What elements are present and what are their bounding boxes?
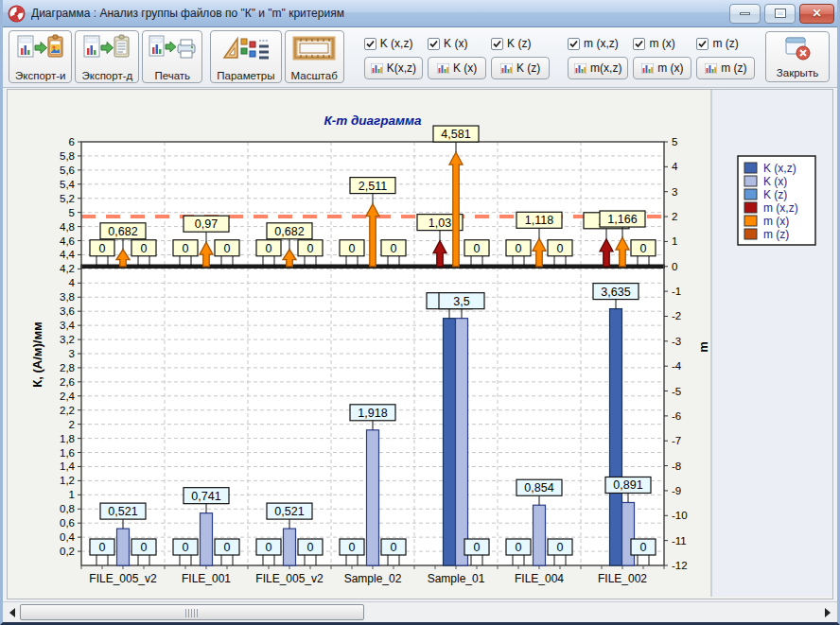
zero-label-mz-FILE_002-text: 0 <box>640 242 647 255</box>
right-axis-label: -2 <box>672 310 681 321</box>
export-data-label: Экспорт-д <box>81 70 132 81</box>
left-axis-label: 0,6 <box>60 517 75 529</box>
left-axis-label: 5 <box>69 207 75 218</box>
series-button-kxz-label: K(x,z) <box>387 61 416 75</box>
bar-Kx-FILE_002 <box>622 502 635 565</box>
legend-swatch <box>744 163 757 173</box>
column-kxz: K (x,z) K(x,z) <box>364 34 423 79</box>
zero-label-mxz-FILE_005_v2-text: 0 <box>99 242 106 255</box>
checkbox-kx[interactable]: K (x) <box>428 34 486 53</box>
series-button-mx[interactable]: m (x) <box>633 57 691 79</box>
scale-button[interactable]: Масштаб <box>285 30 344 83</box>
value-label-mx-FILE_002-text: 1,166 <box>607 213 637 226</box>
zero-label-mxz-FILE_005_v2-text: 0 <box>266 242 272 255</box>
mini-chart-icon <box>371 63 383 74</box>
legend-swatch <box>744 176 757 186</box>
checkbox-mz[interactable]: m (z) <box>696 34 755 53</box>
right-axis-label: -12 <box>672 560 688 571</box>
value-label-Kx-Sample_02-text: 1,918 <box>358 407 387 420</box>
checkbox-kz[interactable]: K (z) <box>491 34 550 53</box>
maximize-button[interactable] <box>764 4 796 24</box>
right-axis-label: -9 <box>672 485 681 496</box>
column-kx: K (x) K (x) <box>428 34 486 79</box>
value-label-mx-Sample_01-text: 4,581 <box>441 128 470 141</box>
series-button-mxz[interactable]: m(x,z) <box>568 57 628 79</box>
zero-label-Kz-FILE_004-text: 0 <box>557 541 564 554</box>
left-axis-label: 2,6 <box>60 376 75 388</box>
close-window-icon <box>783 36 812 62</box>
mini-chart-icon <box>641 63 654 74</box>
right-axis-label: -4 <box>672 360 682 372</box>
checkbox-kx-box <box>428 38 440 50</box>
left-axis-label: 4,8 <box>60 221 75 233</box>
left-axis-label: 4,6 <box>60 235 75 247</box>
zero-label-Kz-Sample_01-text: 0 <box>474 541 481 554</box>
legend-label: m (x,z) <box>763 201 798 215</box>
category-label: FILE_005_v2 <box>89 572 157 585</box>
value-label-mx-FILE_004-text: 1,118 <box>525 214 553 227</box>
zero-label-Kz-FILE_002-text: 0 <box>640 541 647 554</box>
bar-Kx-Sample_02 <box>367 430 379 565</box>
checkbox-mxz[interactable]: m (x,z) <box>568 34 628 53</box>
close-icon: ✕ <box>812 7 821 20</box>
series-button-kxz[interactable]: K(x,z) <box>364 57 423 79</box>
bar-Kx-FILE_005_v2 <box>284 529 296 565</box>
close-window-button[interactable]: ✕ <box>799 4 834 24</box>
left-axis-label: 1,4 <box>60 460 76 472</box>
checkbox-mx-label: m (x) <box>649 37 674 50</box>
zero-label-Kz-FILE_001-text: 0 <box>224 541 231 554</box>
scroll-left-button[interactable] <box>5 604 20 620</box>
right-axis-label: -11 <box>672 535 687 547</box>
zero-label-Kxz-FILE_001-text: 0 <box>183 541 189 554</box>
zero-label-Kz-FILE_005_v2-text: 0 <box>141 541 148 554</box>
legend-swatch <box>744 202 757 213</box>
parameters-icon <box>221 33 271 65</box>
scrollbar-thumb[interactable] <box>20 604 364 620</box>
series-button-kz[interactable]: K (z) <box>491 57 550 79</box>
checkbox-mx[interactable]: m (x) <box>633 34 691 53</box>
export-image-button[interactable]: Экспорт-и <box>9 30 72 83</box>
zero-label-Kxz-FILE_004-text: 0 <box>516 541 522 554</box>
category-label: FILE_004 <box>515 572 564 585</box>
zero-label-mxz-FILE_004-text: 0 <box>516 242 522 255</box>
check-icon <box>366 40 375 48</box>
minimize-button[interactable] <box>729 4 761 24</box>
left-axis-label: 3,6 <box>60 305 75 317</box>
zero-label-mz-FILE_005_v2-text: 0 <box>141 242 148 255</box>
left-axis-label: 1,6 <box>60 447 75 459</box>
mini-chart-icon <box>437 63 449 74</box>
left-axis-label: 2,4 <box>60 391 76 402</box>
value-label-mx-Sample_02-text: 2,511 <box>359 180 387 193</box>
horizontal-scrollbar[interactable] <box>3 601 837 622</box>
value-label-mx-FILE_001-text: 0,97 <box>195 217 218 231</box>
checkbox-kxz[interactable]: K (x,z) <box>364 34 423 53</box>
value-label-Kx-FILE_001-text: 0,741 <box>191 490 220 503</box>
left-axis-label: 5,6 <box>60 165 75 176</box>
legend-swatch <box>744 189 757 200</box>
scroll-right-button[interactable] <box>820 604 835 620</box>
series-button-kx[interactable]: K (x) <box>428 57 486 79</box>
close-dialog-button[interactable]: Закрыть <box>765 31 830 82</box>
right-axis-label: -10 <box>672 510 688 521</box>
series-button-mz[interactable]: m (z) <box>696 57 755 79</box>
zero-label-mz-FILE_005_v2-text: 0 <box>307 242 314 255</box>
export-data-button[interactable]: Экспорт-д <box>75 30 139 83</box>
legend-label: m (x) <box>763 215 789 228</box>
series-button-mxz-label: m(x,z) <box>590 61 621 75</box>
value-label-Kx-Sample_01-text: 3,5 <box>453 295 469 308</box>
category-label: FILE_005_v2 <box>255 572 324 585</box>
left-axis-label: 2,2 <box>60 405 75 416</box>
print-button[interactable]: Печать <box>142 30 202 83</box>
maximize-icon <box>776 9 785 17</box>
zero-label-Kxz-FILE_005_v2-text: 0 <box>99 541 106 554</box>
legend-swatch <box>744 229 757 239</box>
bar-Kx-FILE_001 <box>201 513 213 565</box>
parameters-button[interactable]: Параметры <box>210 30 281 83</box>
zero-label-Kxz-Sample_02-text: 0 <box>349 541 356 554</box>
category-label: Sample_01 <box>428 572 485 585</box>
chart-panel: 0,20,40,60,811,21,41,61,822,22,42,62,833… <box>7 89 833 599</box>
right-axis-label: -6 <box>672 410 681 422</box>
check-icon <box>635 40 643 48</box>
check-icon <box>429 40 438 48</box>
series-button-mz-label: m (z) <box>721 61 746 75</box>
